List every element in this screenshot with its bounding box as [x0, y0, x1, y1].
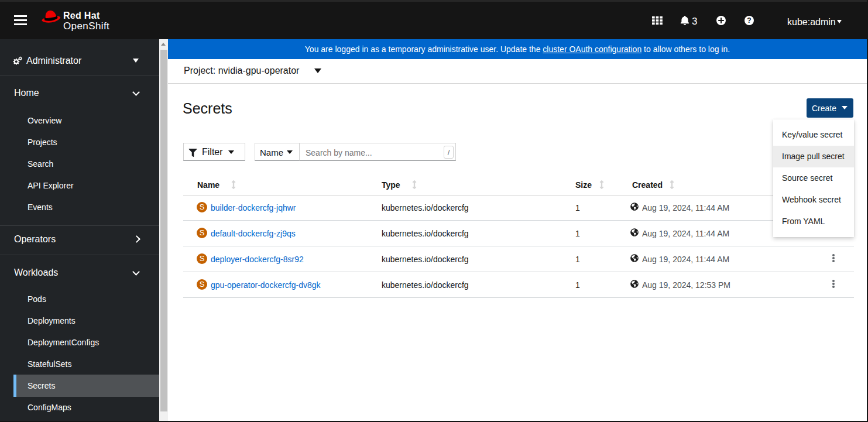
svg-text:?: ?: [747, 16, 751, 25]
